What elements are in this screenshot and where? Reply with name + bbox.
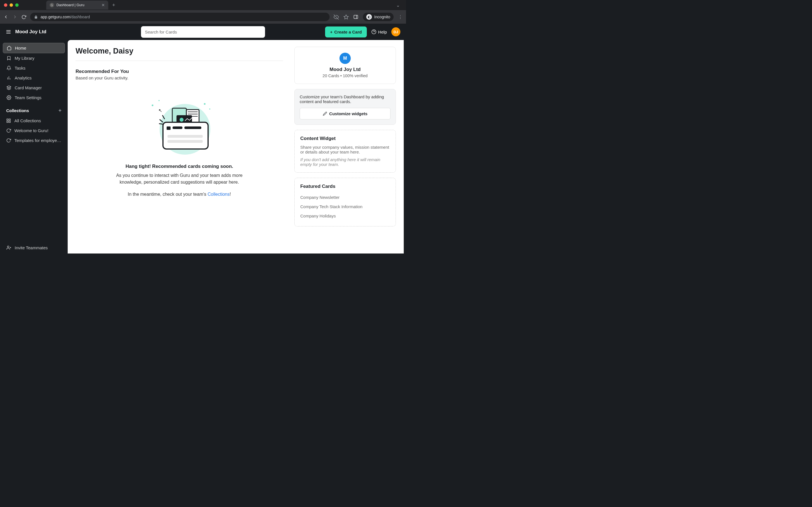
- tab-title: Dashboard | Guru: [56, 3, 84, 7]
- featured-cards-title: Featured Cards: [300, 184, 390, 189]
- org-card-stats: 20 Cards • 100% verified: [300, 73, 390, 78]
- help-label: Help: [378, 30, 387, 34]
- svg-rect-16: [7, 121, 8, 122]
- svg-rect-13: [7, 119, 8, 120]
- window-maximize-button[interactable]: [15, 3, 18, 7]
- invite-teammates-button[interactable]: Invite Teammates: [3, 243, 65, 252]
- svg-point-26: [209, 108, 210, 110]
- sidebar-item-all-collections[interactable]: All Collections: [3, 116, 65, 126]
- empty-state: Hang tight! Recommended cards coming soo…: [75, 93, 283, 197]
- content-widget-hint: If you don't add anything here it will r…: [300, 157, 390, 167]
- collections-heading: Collections +: [3, 103, 65, 116]
- tab-close-icon[interactable]: ✕: [101, 3, 105, 7]
- create-card-label: Create a Card: [335, 30, 362, 34]
- content-widget-placeholder: Content Widget Share your company values…: [294, 130, 396, 173]
- org-avatar: M: [340, 53, 351, 64]
- sidebar-item-team-settings[interactable]: Team Settings: [3, 93, 65, 103]
- url-text: app.getguru.com/dashboard: [41, 15, 90, 19]
- collection-label: All Collections: [14, 118, 41, 123]
- svg-rect-15: [9, 121, 10, 122]
- help-icon: [371, 29, 376, 34]
- sidebar-item-collection[interactable]: Welcome to Guru!: [3, 126, 65, 135]
- recommended-title: Recommended For You: [75, 69, 283, 74]
- pencil-icon: [323, 112, 327, 116]
- sidebar-item-label: Home: [15, 46, 26, 50]
- svg-marker-11: [7, 86, 11, 88]
- org-summary-card: M Mood Joy Ltd 20 Cards • 100% verified: [294, 47, 396, 84]
- home-icon: [6, 46, 11, 50]
- svg-point-25: [204, 103, 206, 105]
- refresh-icon: [6, 138, 11, 143]
- sidebar-item-my-library[interactable]: My Library: [3, 53, 65, 63]
- new-tab-button[interactable]: +: [112, 2, 115, 8]
- content-widget-title: Content Widget: [300, 136, 390, 142]
- search-input[interactable]: Search for Cards: [141, 26, 265, 38]
- svg-rect-40: [185, 126, 201, 129]
- bookmark-icon: [6, 56, 11, 61]
- sidebar-item-home[interactable]: Home: [3, 43, 65, 53]
- user-avatar[interactable]: DJ: [391, 27, 400, 36]
- bell-icon: [6, 66, 11, 70]
- svg-rect-42: [167, 140, 203, 143]
- layers-icon: [6, 86, 11, 90]
- eye-off-icon[interactable]: [334, 14, 339, 20]
- browser-tab[interactable]: G Dashboard | Guru ✕: [46, 1, 108, 10]
- tabs-expand-icon[interactable]: ⌄: [396, 3, 400, 8]
- lock-icon: [34, 15, 38, 19]
- svg-point-33: [180, 118, 184, 122]
- browser-menu-icon[interactable]: ⋮: [398, 14, 403, 20]
- empty-state-body: As you continue to interact with Guru an…: [114, 172, 244, 186]
- svg-rect-14: [9, 119, 10, 120]
- user-plus-icon: [6, 245, 11, 250]
- customize-panel: Customize your team's Dashboard by addin…: [294, 89, 396, 125]
- window-controls: [0, 0, 22, 10]
- address-bar[interactable]: app.getguru.com/dashboard: [30, 13, 329, 21]
- featured-card-item[interactable]: Company Tech Stack Information: [300, 202, 390, 211]
- incognito-indicator[interactable]: ◐ Incognito: [363, 13, 394, 21]
- svg-rect-38: [167, 126, 170, 130]
- main-content: Welcome, Daisy Recommended For You Based…: [68, 40, 404, 253]
- trial-upgrade-button[interactable]: 30 trial days left • Upgrade: [3, 252, 65, 253]
- browser-chrome: G Dashboard | Guru ✕ + ⌄ app.getguru.com…: [0, 0, 406, 24]
- svg-point-23: [152, 105, 153, 106]
- customize-button-label: Customize widgets: [329, 111, 368, 116]
- create-card-button[interactable]: + Create a Card: [325, 26, 367, 38]
- svg-point-17: [7, 246, 9, 247]
- incognito-label: Incognito: [374, 15, 390, 19]
- collections-heading-label: Collections: [6, 108, 29, 113]
- sidebar-item-label: My Library: [15, 56, 35, 61]
- browser-back-button[interactable]: [3, 14, 8, 19]
- featured-card-item[interactable]: Company Newsletter: [300, 193, 390, 202]
- sidebar-item-label: Team Settings: [15, 95, 42, 100]
- window-close-button[interactable]: [4, 3, 7, 7]
- customize-widgets-button[interactable]: Customize widgets: [300, 108, 391, 119]
- empty-state-title: Hang tight! Recommended cards coming soo…: [75, 164, 283, 169]
- content-widget-text: Share your company values, mission state…: [300, 145, 390, 154]
- org-card-name: Mood Joy Ltd: [300, 67, 390, 72]
- browser-reload-button[interactable]: [21, 15, 26, 19]
- sidebar-item-collection[interactable]: Templates for employee ...: [3, 135, 65, 145]
- panel-icon[interactable]: [353, 14, 358, 19]
- browser-forward-button[interactable]: [12, 14, 17, 19]
- gear-icon: [6, 95, 11, 100]
- plus-icon: +: [330, 30, 333, 34]
- sidebar-item-tasks[interactable]: Tasks: [3, 63, 65, 73]
- add-collection-button[interactable]: +: [58, 108, 61, 114]
- sidebar-item-analytics[interactable]: Analytics: [3, 73, 65, 83]
- help-button[interactable]: Help: [371, 29, 387, 34]
- browser-toolbar: app.getguru.com/dashboard ◐ Incognito ⋮: [0, 10, 406, 24]
- avatar-initials: DJ: [394, 30, 398, 34]
- org-avatar-initial: M: [343, 56, 347, 61]
- collections-link[interactable]: Collections: [207, 192, 230, 196]
- meantime-suffix: !: [230, 192, 231, 196]
- hamburger-menu-icon[interactable]: [6, 29, 11, 35]
- svg-point-24: [158, 100, 160, 101]
- featured-card-item[interactable]: Company Holidays: [300, 211, 390, 221]
- sidebar-item-card-manager[interactable]: Card Manager: [3, 83, 65, 93]
- meantime-prefix: In the meantime, check out your team's: [128, 192, 207, 196]
- sidebar-item-label: Analytics: [15, 75, 32, 80]
- featured-cards-placeholder: Featured Cards Company Newsletter Compan…: [294, 178, 396, 226]
- bookmark-star-icon[interactable]: [343, 14, 349, 20]
- welcome-heading: Welcome, Daisy: [75, 47, 283, 61]
- window-minimize-button[interactable]: [10, 3, 13, 7]
